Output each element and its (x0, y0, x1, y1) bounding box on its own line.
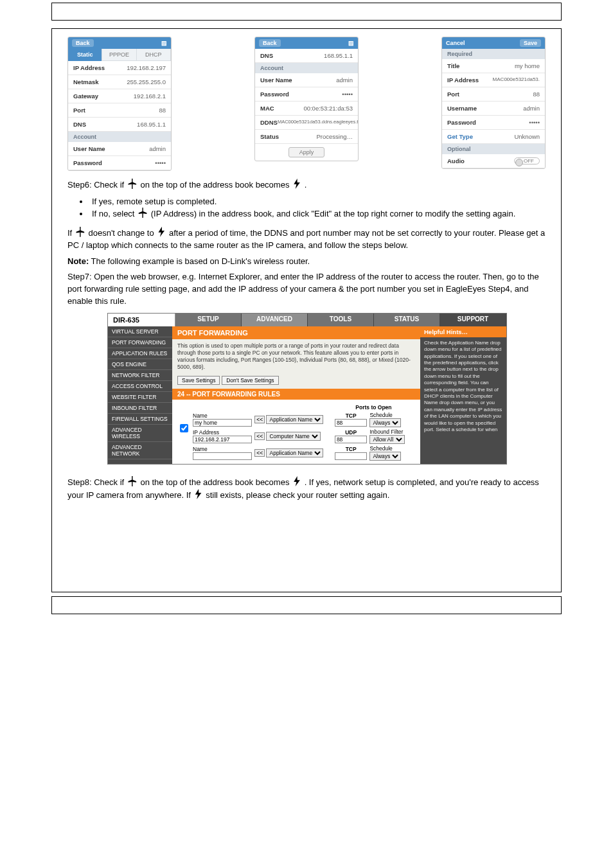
lightning-icon (156, 228, 166, 238)
port-label: Port (447, 91, 459, 98)
computer-name-select[interactable]: Computer Name (266, 432, 321, 441)
side-network-filter[interactable]: NETWORK FILTER (108, 370, 172, 381)
status-label: Status (260, 133, 279, 140)
side-firewall-settings[interactable]: FIREWALL SETTINGS (108, 414, 172, 425)
bullet-no: If no, select (IP Address) in the addres… (89, 208, 546, 220)
password-value: ••••• (529, 119, 540, 126)
username-value: admin (523, 105, 540, 112)
router-sidebar: VIRTUAL SERVER PORT FORWARDING APPLICATI… (108, 326, 172, 464)
schedule-select[interactable]: Always (369, 418, 401, 427)
back-button[interactable]: Back (72, 39, 94, 47)
rule-enable-checkbox[interactable] (180, 424, 188, 432)
network-tabs: Static PPPOE DHCP (68, 49, 171, 61)
bullet-yes: If yes, remote setup is completed. (89, 195, 546, 208)
side-application-rules[interactable]: APPLICATION RULES (108, 348, 172, 359)
schedule-select-2[interactable]: Always (369, 452, 401, 461)
ddns-value: MAC000e5321da53.ddns.eagleeyes.tw (278, 119, 359, 126)
tab-tools[interactable]: TOOLS (308, 314, 374, 326)
audio-toggle[interactable]: OFF (514, 157, 540, 164)
schedule-label: Schedule (369, 412, 413, 418)
port-value: 88 (533, 91, 540, 98)
inbound-filter-select[interactable]: Allow All (369, 435, 405, 444)
lt-button[interactable]: << (254, 449, 265, 457)
password-label: Password (447, 119, 476, 126)
ip-value: MAC000e5321da53. (493, 76, 540, 84)
pin-icon (127, 180, 138, 190)
account-section: Account (255, 63, 358, 73)
required-section: Required (442, 49, 545, 59)
udp-input[interactable] (335, 436, 367, 443)
side-port-forwarding[interactable]: PORT FORWARDING (108, 337, 172, 348)
tab-static[interactable]: Static (68, 49, 102, 61)
lt-button[interactable]: << (254, 416, 265, 423)
password-value: ••••• (342, 91, 353, 98)
name-input-2[interactable] (193, 452, 252, 460)
dns-value: 168.95.1.1 (324, 52, 353, 59)
hints-text: Check the Application Name drop down men… (420, 337, 506, 436)
netmask-value: 255.255.255.0 (127, 78, 166, 85)
account-section: Account (68, 132, 171, 142)
phone-screenshots-row: Back ▨ Static PPPOE DHCP IP Address192.1… (67, 37, 546, 171)
status-value: Processing… (317, 133, 353, 140)
rules-heading: 24 -- PORT FORWARDING RULES (172, 389, 420, 400)
username-label: Username (447, 105, 477, 112)
ip-input[interactable] (193, 436, 252, 443)
step6-text: Step6: Check if on the top of the addres… (67, 179, 546, 191)
audio-label: Audio (447, 157, 465, 164)
gateway-label: Gateway (73, 93, 98, 100)
application-name-select-2[interactable]: Application Name (266, 448, 323, 457)
dont-save-settings-button[interactable]: Don't Save Settings (222, 376, 278, 385)
back-button[interactable]: Back (259, 39, 281, 47)
cancel-button[interactable]: Cancel (446, 40, 465, 46)
tab-advanced[interactable]: ADVANCED (242, 314, 308, 326)
side-advanced-wireless[interactable]: ADVANCED WIRELESS (108, 425, 172, 442)
step8-text: Step8: Check if on the top of the addres… (67, 476, 546, 502)
main-heading: PORT FORWARDING (172, 326, 420, 339)
router-model: DIR-635 (108, 314, 175, 326)
save-settings-button[interactable]: Save Settings (177, 376, 220, 385)
tab-support[interactable]: SUPPORT (440, 314, 506, 326)
gettype-value: Unknown (514, 133, 540, 140)
application-name-select[interactable]: Application Name (266, 415, 323, 424)
hints-heading: Helpful Hints… (420, 326, 506, 337)
tab-setup[interactable]: SETUP (175, 314, 242, 326)
edit-icon[interactable]: ▨ (348, 40, 354, 46)
phone-screenshot-3: Cancel Save Required Titlemy home IP Add… (441, 37, 546, 169)
side-qos-engine[interactable]: QOS ENGINE (108, 359, 172, 370)
lightning-icon (292, 477, 302, 487)
lightning-icon (292, 180, 302, 190)
side-access-control[interactable]: ACCESS CONTROL (108, 381, 172, 392)
side-website-filter[interactable]: WEBSITE FILTER (108, 392, 172, 403)
tcp-input-2[interactable] (335, 452, 367, 460)
schedule-label-2: Schedule (369, 445, 413, 452)
inbound-filter-label: Inbound Filter (369, 429, 413, 435)
mac-value: 00:0e:53:21:da:53 (303, 105, 353, 112)
name-label: Name (193, 412, 252, 419)
gettype-label[interactable]: Get Type (447, 133, 473, 140)
side-advanced-network[interactable]: ADVANCED NETWORK (108, 442, 172, 459)
side-virtual-server[interactable]: VIRTUAL SERVER (108, 326, 172, 337)
side-inbound-filter[interactable]: INBOUND FILTER (108, 403, 172, 414)
name-input[interactable] (193, 419, 252, 427)
title-label: Title (447, 62, 459, 69)
apply-button[interactable]: Apply (289, 147, 325, 157)
warning-paragraph: If doesn't change to after a period of t… (67, 227, 546, 252)
edit-icon[interactable]: ▨ (161, 40, 167, 46)
password-label: Password (260, 91, 289, 98)
mac-label: MAC (260, 105, 274, 112)
tcp-label-2: TCP (335, 446, 367, 452)
title-value: my home (515, 62, 540, 69)
pin-icon (75, 228, 86, 238)
save-button[interactable]: Save (520, 39, 541, 47)
username-label: User Name (260, 76, 292, 84)
tab-pppoe[interactable]: PPPOE (102, 49, 136, 61)
dns-label: DNS (73, 121, 86, 128)
phone-screenshot-2: Back ▨ DNS168.95.1.1 Account User Namead… (254, 37, 359, 161)
tcp-input[interactable] (335, 419, 367, 427)
lt-button[interactable]: << (254, 432, 265, 440)
password-label: Password (73, 159, 102, 166)
tab-status[interactable]: STATUS (374, 314, 440, 326)
step6-bullets: If yes, remote setup is completed. If no… (89, 195, 546, 220)
tab-dhcp[interactable]: DHCP (137, 49, 171, 61)
ip-label: IP Address (73, 64, 105, 71)
